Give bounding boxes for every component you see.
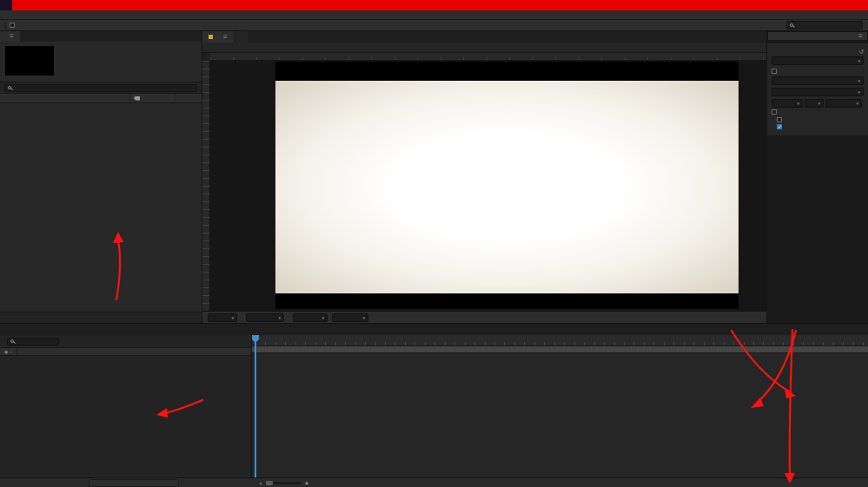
project-footer bbox=[0, 312, 202, 323]
timeline-search[interactable] bbox=[7, 338, 59, 346]
camera-view-dropdown[interactable] bbox=[293, 313, 328, 322]
composition-panel-tabs bbox=[202, 31, 766, 43]
eye-icon: ◉ bbox=[4, 349, 8, 354]
view-layout-dropdown[interactable] bbox=[332, 313, 368, 322]
av-features-column: ◉♪ bbox=[0, 348, 17, 355]
work-area-strip[interactable] bbox=[252, 346, 868, 353]
toggle-switches-modes-button[interactable] bbox=[89, 479, 179, 487]
skip-dropdown[interactable] bbox=[805, 99, 824, 108]
label-color-icon bbox=[134, 96, 140, 101]
panel-menu-icon[interactable] bbox=[10, 31, 14, 42]
search-icon bbox=[790, 23, 793, 27]
range-dropdown[interactable] bbox=[772, 76, 864, 85]
toolbar-separator bbox=[5, 22, 6, 30]
comp-hruler bbox=[210, 53, 766, 61]
project-panel-tabs bbox=[0, 31, 202, 42]
timeline-track-area[interactable] bbox=[252, 353, 868, 477]
composition-panel bbox=[202, 31, 767, 323]
reset-shortcut-icon[interactable] bbox=[858, 49, 864, 56]
timeline-tab-strip bbox=[0, 324, 868, 335]
timeline-zoom-control: ▲ ▲ bbox=[259, 480, 309, 485]
play-from-dropdown[interactable] bbox=[772, 88, 864, 96]
status-bar: ▲ ▲ bbox=[0, 477, 868, 487]
resolution-dropdown[interactable] bbox=[246, 313, 284, 322]
composition-image bbox=[275, 81, 739, 293]
timeline-controls-row bbox=[0, 335, 251, 347]
timeline-search-input[interactable] bbox=[17, 339, 56, 345]
audio-icon: ♪ bbox=[10, 349, 12, 354]
menubar bbox=[0, 10, 868, 20]
shortcut-dropdown[interactable] bbox=[772, 56, 864, 65]
search-icon bbox=[10, 339, 14, 343]
zoom-out-icon[interactable]: ▲ bbox=[259, 481, 262, 485]
panel-header-preview[interactable] bbox=[767, 31, 868, 41]
help-search[interactable] bbox=[786, 21, 863, 30]
zoom-slider[interactable] bbox=[265, 482, 301, 484]
app-icon bbox=[0, 0, 12, 10]
timeline-right-pane bbox=[252, 335, 868, 477]
project-item-list bbox=[0, 103, 202, 312]
composition-statusbar bbox=[202, 311, 766, 323]
main-toolbar bbox=[0, 20, 868, 31]
magnification-dropdown[interactable] bbox=[208, 313, 237, 322]
cache-before-playback-checkbox[interactable] bbox=[772, 69, 777, 74]
snapping-checkbox[interactable] bbox=[10, 23, 15, 28]
after-effects-window: ◉♪ ▲ ▲ bbox=[0, 0, 868, 487]
column-label[interactable] bbox=[130, 94, 176, 102]
timeline-panel: ◉♪ bbox=[0, 323, 868, 477]
tab-project[interactable] bbox=[0, 31, 20, 42]
project-column-headers bbox=[0, 94, 202, 103]
if-caching-checkbox[interactable] bbox=[777, 117, 782, 122]
preview-panel-body bbox=[767, 43, 868, 135]
composition-panel-icon bbox=[209, 35, 213, 39]
column-name[interactable] bbox=[0, 94, 130, 102]
timeline-left-pane: ◉♪ bbox=[0, 335, 252, 477]
composition-viewport[interactable] bbox=[202, 61, 766, 311]
project-search[interactable] bbox=[4, 84, 197, 92]
right-panel bbox=[767, 31, 868, 323]
move-time-checkbox[interactable] bbox=[777, 124, 782, 129]
panel-menu-icon[interactable] bbox=[858, 32, 863, 40]
help-search-input[interactable] bbox=[796, 23, 859, 29]
right-panel-spacer bbox=[767, 135, 868, 323]
layer-list-empty[interactable] bbox=[0, 356, 251, 477]
timeline-columns: ◉♪ bbox=[0, 347, 251, 356]
search-icon bbox=[8, 86, 11, 89]
titlebar bbox=[0, 0, 868, 10]
project-search-row bbox=[0, 82, 202, 94]
tab-layer[interactable] bbox=[235, 31, 248, 43]
playhead[interactable] bbox=[255, 335, 256, 477]
full-screen-checkbox[interactable] bbox=[772, 109, 777, 115]
tab-composition[interactable] bbox=[202, 31, 234, 43]
panel-menu-icon[interactable] bbox=[223, 33, 228, 41]
project-search-input[interactable] bbox=[14, 85, 194, 91]
timeline-body: ◉♪ bbox=[0, 335, 868, 477]
preview-resolution-dropdown[interactable] bbox=[825, 99, 862, 108]
comp-tab-strip bbox=[202, 43, 766, 53]
zoom-in-icon[interactable]: ▲ bbox=[304, 480, 309, 485]
frame-rate-dropdown[interactable] bbox=[772, 99, 803, 108]
comp-vruler bbox=[202, 61, 210, 311]
time-ruler[interactable] bbox=[252, 335, 868, 346]
project-preview bbox=[0, 42, 202, 82]
project-panel bbox=[0, 31, 202, 323]
footage-thumbnail bbox=[5, 46, 54, 76]
composition-frame[interactable] bbox=[275, 62, 739, 309]
zoom-slider-thumb[interactable] bbox=[266, 481, 273, 485]
